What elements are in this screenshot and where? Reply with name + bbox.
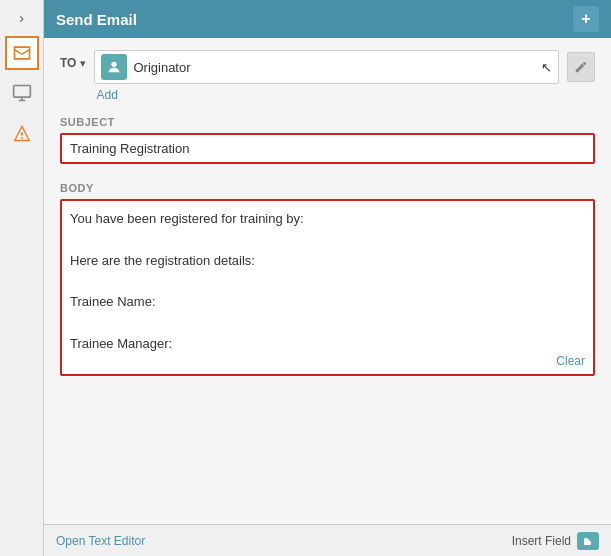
clear-link[interactable]: Clear bbox=[556, 354, 585, 368]
form-area: TO ▾ Originator ↖ bbox=[44, 38, 611, 524]
add-recipient-link[interactable]: Add bbox=[96, 88, 595, 102]
to-row: TO ▾ Originator ↖ bbox=[60, 50, 595, 102]
sidebar-item-email[interactable] bbox=[5, 36, 39, 70]
to-label: TO bbox=[60, 56, 76, 70]
svg-point-1 bbox=[112, 62, 117, 67]
body-container: You have been registered for training by… bbox=[60, 199, 595, 376]
main-panel: Send Email + TO ▾ bbox=[44, 0, 611, 556]
recipient-avatar bbox=[101, 54, 127, 80]
sidebar: › bbox=[0, 0, 44, 556]
to-label-group: TO ▾ bbox=[60, 56, 86, 70]
sidebar-item-screen[interactable] bbox=[5, 76, 39, 110]
open-text-editor-link[interactable]: Open Text Editor bbox=[56, 534, 145, 548]
panel-header: Send Email + bbox=[44, 0, 611, 38]
subject-section: SUBJECT bbox=[60, 116, 595, 178]
to-recipient-area: Originator ↖ Add bbox=[94, 50, 595, 102]
body-label: BODY bbox=[60, 182, 595, 194]
recipient-name: Originator bbox=[133, 60, 535, 75]
insert-field-label: Insert Field bbox=[512, 534, 571, 548]
to-chevron-icon[interactable]: ▾ bbox=[80, 57, 86, 70]
body-section: BODY You have been registered for traini… bbox=[60, 182, 595, 376]
add-button[interactable]: + bbox=[573, 6, 599, 32]
subject-input[interactable] bbox=[60, 133, 595, 164]
svg-rect-0 bbox=[13, 86, 30, 98]
footer: Open Text Editor Insert Field bbox=[44, 524, 611, 556]
footer-right: Insert Field bbox=[512, 532, 599, 550]
recipient-box: Originator ↖ bbox=[94, 50, 559, 84]
edit-recipient-button[interactable] bbox=[567, 52, 595, 82]
insert-field-button[interactable] bbox=[577, 532, 599, 550]
sidebar-collapse-button[interactable]: › bbox=[10, 6, 34, 30]
subject-label: SUBJECT bbox=[60, 116, 595, 128]
body-textarea[interactable]: You have been registered for training by… bbox=[62, 201, 593, 371]
cursor-icon: ↖ bbox=[541, 60, 552, 75]
panel-title: Send Email bbox=[56, 11, 137, 28]
sidebar-item-warning[interactable] bbox=[5, 116, 39, 150]
